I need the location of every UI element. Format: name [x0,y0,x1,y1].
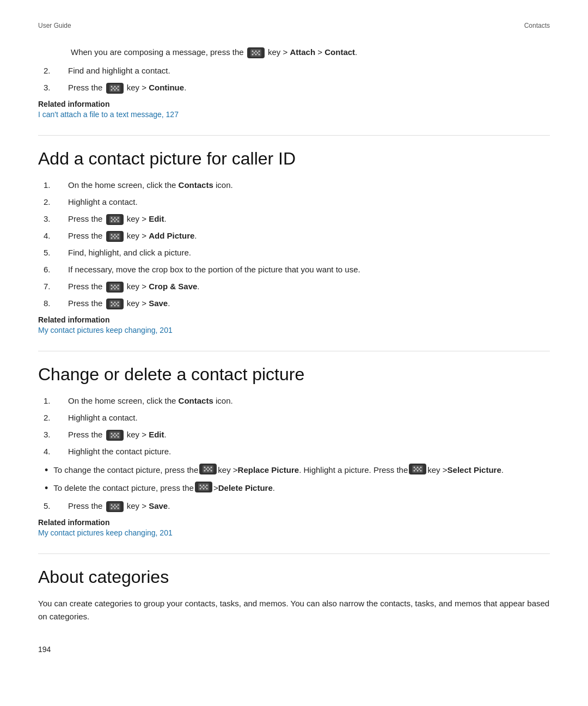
svg-point-39 [117,285,119,287]
svg-point-41 [114,288,115,290]
svg-rect-18 [109,216,120,223]
bb-key-s1-4 [106,231,124,242]
section2-step-4: 4. Highlight the contact picture. [38,445,550,458]
header-right: Contacts [524,22,550,29]
svg-point-65 [207,467,209,468]
svg-rect-45 [109,300,120,308]
section2-bullet-1: To change the contact picture, press the [38,464,550,477]
svg-point-14 [114,89,115,91]
svg-rect-90 [109,503,120,510]
bb-key-icon-intro-s3 [106,83,124,94]
svg-point-84 [206,485,207,486]
svg-rect-81 [198,483,209,491]
bb-key-s1-7 [106,282,124,293]
section1-step-4: 4. Press the [38,229,550,242]
svg-point-57 [117,433,119,435]
svg-point-20 [114,217,115,219]
section1-heading: Add a contact picture for caller ID [38,135,550,169]
svg-point-23 [114,221,115,222]
svg-point-60 [117,436,119,438]
svg-point-56 [114,433,115,435]
svg-rect-36 [109,283,120,291]
svg-rect-0 [250,49,261,57]
section2-related-label: Related information [38,518,550,527]
related-info-link-intro[interactable]: I can't attach a file to a text message,… [38,110,179,119]
svg-point-21 [117,217,119,219]
svg-point-76 [414,470,415,472]
svg-point-43 [112,287,114,288]
svg-point-61 [112,435,114,436]
svg-point-28 [111,234,112,236]
svg-point-8 [256,52,258,54]
svg-point-46 [111,302,112,303]
section2-bullets: To change the contact picture, press the [38,464,550,495]
svg-point-73 [414,467,415,468]
svg-point-2 [255,51,256,52]
svg-point-80 [419,468,420,470]
svg-point-25 [112,219,114,221]
bb-key-s2-5 [106,501,124,512]
related-info-label-intro: Related information [38,100,550,108]
bb-key-icon-intro [247,47,265,58]
section2-heading: Change or delete a contact picture [38,351,550,385]
svg-point-97 [112,506,114,508]
section2-step5-list: 5. Press the [38,500,550,513]
svg-point-58 [111,436,112,438]
svg-rect-9 [109,84,120,92]
bb-key-s1-8 [106,299,124,309]
svg-point-87 [206,488,207,490]
svg-point-38 [114,285,115,287]
section1-related-info: Related information My contact pictures … [38,315,550,334]
section1-step-7: 7. Press the [38,280,550,293]
svg-point-48 [117,302,119,303]
svg-point-92 [114,504,115,506]
svg-point-10 [111,86,112,88]
section2-related-info: Related information My contact pictures … [38,518,550,537]
svg-point-85 [199,488,201,490]
intro-related-info: Related information I can't attach a fil… [38,100,550,119]
page-container: User Guide Contacts When you are composi… [0,0,588,686]
svg-rect-63 [203,465,213,473]
svg-point-79 [415,468,417,470]
svg-point-22 [111,221,112,222]
intro-text-before: When you are composing a message, press … [71,47,244,57]
svg-point-17 [115,88,117,89]
section2-step-2: 2. Highlight a contact. [38,411,550,424]
svg-point-52 [112,303,114,305]
svg-point-59 [114,436,115,438]
svg-point-89 [204,486,206,488]
svg-point-67 [204,470,206,472]
svg-point-50 [114,305,115,307]
svg-point-69 [211,470,212,472]
svg-point-62 [115,435,117,436]
svg-point-83 [203,485,204,486]
header-left: User Guide [38,22,71,29]
section2-bullet-2: To delete the contact picture, press the [38,482,550,495]
svg-point-78 [420,470,422,472]
bb-key-s2-b1b [409,464,426,474]
section1-related-link[interactable]: My contact pictures keep changing, 201 [38,326,173,334]
section-change-delete-picture: Change or delete a contact picture 1. On… [38,351,550,537]
svg-point-55 [111,433,112,435]
section2-related-link[interactable]: My contact pictures keep changing, 201 [38,528,173,537]
intro-steps-list: 2. Find and highlight a contact. 3. Pres… [38,64,550,94]
svg-point-29 [114,234,115,236]
svg-point-33 [117,238,119,239]
svg-point-70 [206,468,207,470]
section-add-picture: Add a contact picture for caller ID 1. O… [38,135,550,334]
svg-point-91 [111,504,112,506]
svg-point-13 [111,89,112,91]
svg-point-37 [111,285,112,287]
svg-point-6 [258,54,260,56]
intro-text-after: key > Attach > Contact. [268,47,357,57]
svg-point-24 [117,221,119,222]
svg-point-93 [117,504,119,506]
svg-rect-72 [412,465,423,473]
section3-text: You can create categories to group your … [38,597,550,623]
section1-step-5: 5. Find, highlight, and click a picture. [38,246,550,259]
section1-steps: 1. On the home screen, click the Contact… [38,179,550,310]
section2-steps: 1. On the home screen, click the Contact… [38,394,550,458]
intro-step-2: 2. Find and highlight a contact. [38,64,550,77]
svg-point-68 [207,470,209,472]
svg-point-35 [115,236,117,238]
